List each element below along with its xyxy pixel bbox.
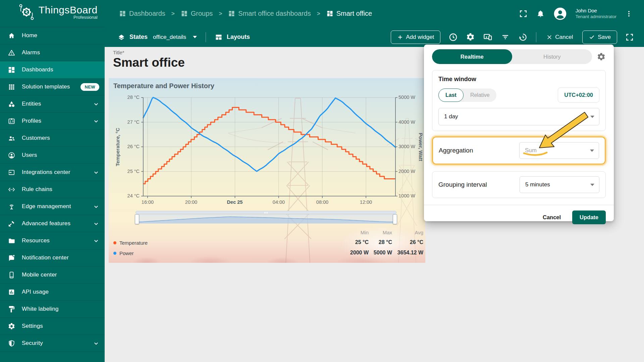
scrollbar-grip-icon[interactable] bbox=[264, 212, 268, 214]
dropdown-caret-icon bbox=[590, 184, 594, 186]
user-avatar[interactable] bbox=[553, 7, 567, 20]
sidebar-item-alarms[interactable]: Alarms bbox=[0, 44, 105, 61]
layouts-label: Layouts bbox=[227, 34, 250, 41]
user-info[interactable]: John Doe Tenant administrator bbox=[576, 8, 616, 20]
app-window: ThingsBoard Professional Dashboards > Gr… bbox=[0, 0, 644, 362]
toolbar-divider bbox=[536, 32, 536, 42]
interval-select[interactable]: 1 day bbox=[438, 108, 599, 125]
chart-title: Temperature and Power History bbox=[113, 82, 214, 90]
breadcrumb-smart-office-dashboards[interactable]: Smart office dashboards bbox=[228, 10, 311, 17]
sidebar-item-settings[interactable]: Settings bbox=[0, 318, 105, 335]
grouping-interval-select[interactable]: 5 minutes bbox=[520, 176, 599, 193]
timezone-button[interactable]: UTC+02:00 bbox=[558, 87, 599, 103]
edge-management-icon bbox=[8, 203, 15, 210]
dashboard-settings-button[interactable] bbox=[466, 33, 475, 42]
security-shield-icon bbox=[8, 340, 15, 347]
aggregation-row-highlighted: Aggregation Sum bbox=[432, 136, 606, 165]
update-button[interactable]: Update bbox=[572, 210, 606, 224]
sidebar-item-white-labeling[interactable]: White labeling bbox=[0, 301, 105, 318]
states-layers-icon bbox=[117, 33, 125, 41]
sidebar-item-security[interactable]: Security bbox=[0, 335, 105, 352]
states-caret-icon bbox=[193, 36, 197, 38]
entity-aliases-button[interactable] bbox=[483, 32, 493, 42]
sidebar-item-rule-chains[interactable]: Rule chains bbox=[0, 181, 105, 198]
tab-history[interactable]: History bbox=[512, 49, 592, 64]
sidebar-item-profiles[interactable]: Profiles bbox=[0, 113, 105, 130]
notifications-button[interactable] bbox=[536, 9, 545, 18]
dropdown-caret-icon bbox=[590, 149, 594, 152]
dashboard-fullscreen-button[interactable] bbox=[625, 33, 634, 42]
breadcrumb-smart-office: Smart office bbox=[326, 10, 372, 17]
rule-chains-icon bbox=[8, 186, 15, 193]
bell-icon bbox=[536, 9, 545, 18]
popup-cancel-button[interactable]: Cancel bbox=[541, 214, 563, 221]
temperature-avg: 26 °C bbox=[393, 239, 423, 245]
profiles-icon bbox=[8, 117, 15, 125]
sidebar-item-mobile-center[interactable]: Mobile center bbox=[0, 266, 105, 284]
dropdown-caret-icon bbox=[590, 116, 594, 118]
layouts-button[interactable]: Layouts bbox=[215, 33, 250, 41]
stat-header-max: Max bbox=[369, 230, 392, 235]
grouping-interval-label: Grouping interval bbox=[438, 181, 487, 188]
sidebar-item-advanced-features[interactable]: Advanced features bbox=[0, 215, 105, 232]
sidebar-item-users[interactable]: Users bbox=[0, 147, 105, 164]
kebab-menu-icon bbox=[625, 10, 633, 17]
tab-realtime[interactable]: Realtime bbox=[432, 49, 512, 64]
sidebar-item-notification-center[interactable]: Notification center bbox=[0, 249, 105, 266]
sidebar-item-resources[interactable]: Resources bbox=[0, 232, 105, 249]
power-avg: 3654.12 W bbox=[393, 250, 423, 256]
time-window-button[interactable] bbox=[448, 33, 458, 42]
aggregation-select[interactable]: Sum bbox=[519, 142, 599, 159]
alarm-warning-icon bbox=[8, 49, 15, 57]
new-badge: NEW bbox=[80, 83, 99, 91]
thingsboard-logo[interactable]: ThingsBoard Professional bbox=[18, 3, 98, 21]
sidebar-item-integrations-center[interactable]: Integrations center bbox=[0, 164, 105, 181]
dashboard-toolbar: States office_details Layouts Add widget bbox=[105, 27, 644, 47]
breadcrumb-dashboards[interactable]: Dashboards bbox=[119, 10, 165, 17]
aggregation-label: Aggregation bbox=[439, 147, 473, 154]
layouts-icon bbox=[215, 33, 223, 41]
toggle-last[interactable]: Last bbox=[438, 88, 464, 102]
chevron-down-icon bbox=[93, 221, 99, 227]
time-range-selector[interactable] bbox=[136, 215, 396, 224]
popup-footer: Cancel Update bbox=[424, 205, 614, 224]
clock-icon bbox=[448, 33, 458, 42]
power-max: 5000 W bbox=[362, 250, 392, 256]
chevron-down-icon bbox=[93, 169, 99, 176]
chart-widget[interactable]: Temperature and Power History Temperatur… bbox=[109, 78, 425, 263]
topbar-actions: John Doe Tenant administrator bbox=[519, 0, 644, 27]
history-icon bbox=[518, 33, 527, 42]
filter-button[interactable] bbox=[501, 33, 510, 42]
legend-item-power[interactable]: Power bbox=[113, 250, 134, 256]
realtime-history-toggle: Realtime History bbox=[432, 49, 592, 64]
logo-title: ThingsBoard bbox=[39, 5, 98, 15]
breadcrumb-groups[interactable]: Groups bbox=[181, 10, 213, 17]
dashboard-title[interactable]: Smart office bbox=[113, 56, 185, 70]
sidebar-item-solution-templates[interactable]: Solution templates NEW bbox=[0, 78, 105, 96]
cancel-button[interactable]: Cancel bbox=[545, 32, 574, 43]
fullscreen-button[interactable] bbox=[519, 9, 528, 18]
grouping-interval-row: Grouping interval 5 minutes bbox=[432, 171, 606, 198]
time-window-settings-button[interactable] bbox=[597, 52, 606, 61]
avatar-icon bbox=[553, 7, 567, 20]
add-widget-button[interactable]: Add widget bbox=[391, 31, 440, 44]
sidebar-item-customers[interactable]: Customers bbox=[0, 130, 105, 147]
sidebar-item-entities[interactable]: Entities bbox=[0, 96, 105, 113]
range-handle-left[interactable] bbox=[135, 214, 139, 224]
stat-header-avg: Avg bbox=[400, 230, 423, 235]
resources-folder-icon bbox=[8, 237, 15, 245]
more-menu-button[interactable] bbox=[625, 10, 633, 17]
sidebar-item-api-usage[interactable]: API usage bbox=[0, 284, 105, 301]
version-history-button[interactable] bbox=[518, 33, 527, 42]
toggle-relative[interactable]: Relative bbox=[464, 88, 496, 102]
save-button[interactable]: Save bbox=[582, 31, 617, 44]
user-role: Tenant administrator bbox=[576, 14, 616, 20]
sidebar-item-edge-management[interactable]: Edge management bbox=[0, 198, 105, 215]
states-selector[interactable]: States office_details bbox=[117, 33, 197, 41]
sidebar-item-home[interactable]: Home bbox=[0, 27, 105, 44]
sidebar-item-dashboards[interactable]: Dashboards bbox=[0, 61, 105, 78]
range-handle-right[interactable] bbox=[393, 214, 397, 224]
legend-item-temperature[interactable]: Temperature bbox=[113, 240, 148, 246]
filter-icon bbox=[501, 33, 510, 42]
time-scrollbar[interactable] bbox=[136, 211, 396, 214]
